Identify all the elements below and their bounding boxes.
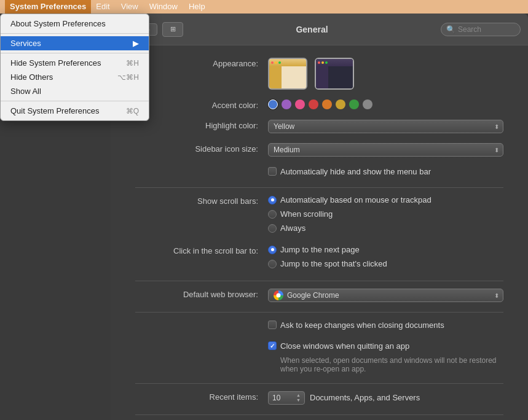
dark-main (328, 66, 353, 88)
accent-yellow[interactable] (336, 99, 345, 109)
dark-preview-header (316, 59, 353, 66)
scroll-auto-radio[interactable] (268, 196, 277, 204)
light-mode-icon[interactable] (268, 58, 307, 90)
scroll-always-radio[interactable] (268, 224, 277, 233)
dark-traffic-red (318, 61, 320, 64)
menu-bar-checkbox[interactable] (268, 167, 277, 176)
recent-items-row: Recent items: 10 ▲ ▼ Documents, Apps, an… (135, 391, 503, 405)
accent-color-control (268, 99, 503, 109)
jump-spot-label: Jump to the spot that's clicked (280, 259, 387, 268)
separator-4 (135, 383, 503, 384)
ask-keep-label: Ask to keep changes when closing documen… (280, 320, 444, 331)
sidebar-icon-size-value: Medium (274, 146, 300, 154)
content-area: Appearance: (111, 45, 528, 420)
menu-bar-checkbox-label: Automatically hide and show the menu bar (280, 166, 431, 177)
search-placeholder: Search (458, 25, 481, 34)
jump-spot-radio[interactable] (268, 260, 277, 268)
accent-pink[interactable] (295, 99, 305, 109)
click-scroll-row: Click in the scroll bar to: Jump to the … (135, 245, 503, 271)
menu-hide-others[interactable]: Hide Others ⌥⌘H (1, 70, 149, 84)
menu-show-all[interactable]: Show All (1, 84, 149, 98)
traffic-yellow (275, 61, 277, 64)
menu-item-view[interactable]: Window (144, 0, 183, 14)
dark-sidebar (316, 66, 328, 88)
accent-graphite[interactable] (363, 99, 372, 109)
highlight-color-select[interactable]: Yellow ⬍ (268, 120, 503, 133)
close-windows-checkbox-row: Close windows when quitting an app (268, 341, 503, 352)
recent-items-value: 10 (272, 394, 296, 402)
accent-blue[interactable] (268, 99, 278, 109)
menu-quit[interactable]: Quit System Preferences ⌘Q (1, 104, 149, 118)
menu-item-help[interactable] (211, 0, 221, 14)
scroll-when-row: When scrolling (268, 209, 503, 219)
accent-purple[interactable] (282, 99, 291, 109)
accent-orange[interactable] (322, 99, 332, 109)
click-scroll-label: Click in the scroll bar to: (135, 245, 258, 255)
appearance-control (268, 58, 503, 90)
recent-items-stepper[interactable]: 10 ▲ ▼ (268, 391, 305, 405)
light-preview (269, 59, 306, 88)
stepper-down: ▼ (296, 398, 301, 403)
appearance-label: Appearance: (135, 58, 258, 68)
dark-mode-icon[interactable] (315, 58, 354, 90)
search-icon: 🔍 (446, 25, 455, 34)
click-scroll-control: Jump to the next page Jump to the spot t… (268, 245, 503, 271)
recent-items-control: 10 ▲ ▼ Documents, Apps, and Servers (268, 391, 503, 405)
dark-preview (316, 59, 353, 88)
app-dropdown-menu: About System Preferences Services ▶ Hide… (0, 14, 149, 121)
separator-5 (135, 414, 503, 415)
default-browser-select[interactable]: Google Chrome ⬍ (268, 289, 503, 302)
menu-bar-checkbox-row: Automatically hide and show the menu bar (268, 166, 503, 177)
ask-keep-checkbox[interactable] (268, 321, 277, 329)
accent-green[interactable] (349, 99, 359, 109)
sidebar-icon-size-row: Sidebar icon size: Medium ⬍ (135, 143, 503, 157)
accent-color-row: Accent color: (135, 99, 503, 110)
default-browser-label: Default web browser: (135, 289, 258, 299)
default-browser-arrow: ⬍ (494, 292, 499, 299)
accent-color-swatches (268, 99, 503, 109)
grid-button[interactable]: ⊞ (162, 22, 183, 37)
sidebar-icon-size-label: Sidebar icon size: (135, 143, 258, 154)
jump-page-radio[interactable] (268, 246, 277, 254)
menu-services[interactable]: Services ▶ (1, 36, 149, 50)
close-windows-sublabel: When selected, open documents and window… (280, 356, 503, 373)
search-box[interactable]: 🔍 Search (441, 23, 521, 36)
toolbar: ‹ › ⊞ General 🔍 Search (111, 14, 528, 45)
menu-divider-3 (1, 101, 149, 101)
menu-item-window[interactable]: Help (184, 0, 210, 14)
close-windows-control: Close windows when quitting an app When … (268, 341, 503, 373)
separator-3 (135, 312, 503, 313)
menu-bar-row: Automatically hide and show the menu bar (135, 166, 503, 177)
recent-items-row-inner: 10 ▲ ▼ Documents, Apps, and Servers (268, 391, 503, 405)
default-browser-control: Google Chrome ⬍ (268, 289, 503, 302)
app-menu-title[interactable]: System Preferences (5, 0, 91, 14)
menu-item-file[interactable]: Edit (91, 0, 114, 14)
ask-keep-placeholder (135, 320, 258, 321)
menu-about[interactable]: About System Preferences (1, 17, 149, 31)
dark-traffic-green (325, 61, 328, 64)
menu-item-edit[interactable]: View (116, 0, 143, 14)
scroll-when-label: When scrolling (280, 209, 333, 219)
traffic-red (271, 61, 274, 64)
stepper-arrows: ▲ ▼ (296, 393, 301, 402)
menu-hide[interactable]: Hide System Preferences ⌘H (1, 56, 149, 70)
ask-keep-checkbox-row: Ask to keep changes when closing documen… (268, 320, 503, 331)
close-windows-checkbox[interactable] (268, 341, 277, 350)
default-browser-row: Default web browser: Google Chrome ⬍ (135, 289, 503, 302)
appearance-options (268, 58, 503, 90)
jump-page-row: Jump to the next page (268, 245, 503, 254)
light-preview-body (269, 66, 306, 88)
accent-red[interactable] (309, 99, 318, 109)
close-windows-placeholder (135, 341, 258, 342)
dark-preview-body (316, 66, 353, 88)
traffic-green (278, 61, 281, 64)
menu-divider-2 (1, 53, 149, 53)
scroll-bars-control: Automatically based on mouse or trackpad… (268, 195, 503, 235)
scroll-always-row: Always (268, 224, 503, 233)
highlight-color-value: Yellow (274, 122, 294, 131)
scroll-when-radio[interactable] (268, 210, 277, 219)
sidebar-icon-size-select[interactable]: Medium ⬍ (268, 143, 503, 157)
menu-divider-1 (1, 33, 149, 34)
accent-color-label: Accent color: (135, 99, 258, 110)
ask-keep-control: Ask to keep changes when closing documen… (268, 320, 503, 331)
